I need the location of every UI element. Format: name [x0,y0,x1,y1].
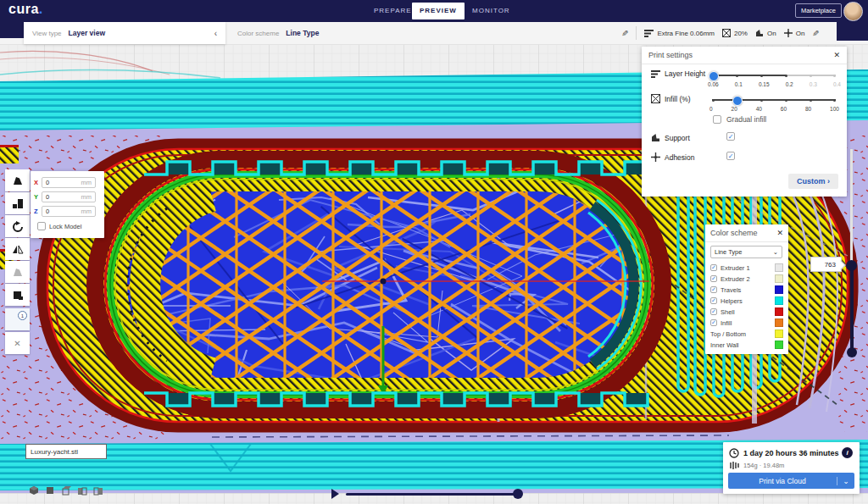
layer-height-handle[interactable] [709,71,719,81]
view-right-icon[interactable] [93,485,103,496]
account-avatar[interactable] [843,2,863,21]
support-blocker-button[interactable] [5,284,30,306]
mirror-tool-icon [12,244,24,255]
chevron-down-icon: ⌄ [773,248,778,256]
toolbar-close-button[interactable]: ✕ [5,332,30,354]
legend-travels: ✓Travels [710,285,783,295]
chevron-down-icon[interactable]: ⌄ [837,477,854,485]
z-position-input[interactable]: 0mm [42,206,96,217]
legend-extruder-2: ✓Extruder 2 [710,274,783,284]
per-model-settings-button[interactable] [5,261,30,283]
print-settings-summary[interactable]: ✎ Extra Fine 0.06mm 20% On On ✎ [621,22,838,44]
legend-checkbox[interactable]: ✓ [710,286,717,293]
material-icon [730,462,739,469]
gradual-infill-row: Gradual infill [713,115,766,124]
lock-model-checkbox[interactable] [37,222,46,230]
color-scheme-selector[interactable]: Color scheme Line Type [225,22,624,44]
layer-height-icon [644,29,654,37]
model-filename-label[interactable]: Luxury-yacht.stl [25,444,107,459]
lock-model-row: Lock Model [37,222,81,230]
z-position-row: Z 0mm [34,206,96,217]
layer-animation-scrubber[interactable] [346,493,520,496]
infill-row: Infill (%) [651,94,691,103]
legend-shell: ✓Shell [710,307,783,317]
legend-checkbox[interactable]: ✓ [710,308,717,315]
print-via-cloud-button[interactable]: Print via Cloud ⌄ [728,473,854,489]
infill-ticks: 020406080100 [709,106,839,112]
layer-slider-track[interactable] [850,149,853,265]
legend-checkbox[interactable]: ✓ [710,319,717,326]
gradual-infill-checkbox[interactable] [713,115,721,124]
view-type-label: View type [32,30,62,37]
y-position-input[interactable]: 0mm [42,191,96,202]
view-top-icon[interactable] [61,485,71,496]
legend-checkbox[interactable]: ✓ [710,264,717,271]
tab-monitor[interactable]: MONITOR [465,3,518,19]
infill-icon [651,94,660,103]
legend-checkbox[interactable]: ✓ [710,297,717,304]
layer-height-row: Layer Height [651,69,705,78]
legend-extruder-1: ✓Extruder 1 [710,263,783,273]
layer-animation-play-button[interactable] [331,489,339,499]
scale-tool-button[interactable] [5,192,30,214]
edit-icon[interactable]: ✎ [621,29,628,38]
material-usage: 154g · 19.48m [743,462,784,469]
stage-corner-notch [0,22,24,38]
close-icon[interactable]: ✕ [776,229,783,237]
layer-slider-bottom-handle[interactable] [847,347,857,357]
close-icon: ✕ [14,339,20,348]
close-icon[interactable]: ✕ [833,51,840,59]
cura-logo: cura. [8,2,43,17]
legend-inner-wall: Inner Wall [710,340,783,350]
support-icon [651,133,660,142]
rotate-tool-icon [12,221,24,232]
marketplace-button[interactable]: Marketplace [795,3,842,18]
layer-slider-range[interactable] [850,265,854,352]
move-tool-button[interactable] [5,169,30,191]
view-3d-icon[interactable] [29,485,39,496]
infill-summary: 20% [722,29,748,37]
scale-tool-icon [12,198,24,209]
rotate-tool-button[interactable] [5,215,30,237]
color-swatch [775,318,783,327]
color-swatch [775,274,783,283]
adhesion-row: Adhesion [651,152,694,162]
collapse-chevron-icon[interactable]: ‹ [214,29,217,38]
x-position-row: X 0mm [34,177,96,188]
infill-handle[interactable] [732,96,743,106]
color-scheme-label: Color scheme [237,30,279,37]
support-row: Support [651,133,690,142]
mirror-tool-button[interactable] [5,238,30,260]
color-scheme-title: Color scheme [710,229,758,237]
tab-preview[interactable]: PREVIEW [412,3,465,19]
line-type-dropdown[interactable]: Line Type ⌄ [710,246,782,258]
adhesion-icon [784,29,793,37]
scrubber-handle[interactable] [513,489,523,499]
color-scheme-value: Line Type [286,29,319,37]
per-model-settings-icon [12,267,24,278]
adhesion-checkbox[interactable]: ✓ [726,152,735,160]
legend-helpers: ✓Helpers [710,296,783,306]
view-type-selector[interactable]: View type Layer view ‹ [24,22,225,44]
view-front-icon[interactable] [45,485,55,496]
edit-icon[interactable]: ✎ [812,29,819,38]
layer-height-icon [651,69,660,78]
model-list-toggle[interactable]: 1 [5,308,30,330]
custom-settings-button[interactable]: Custom › [788,174,838,189]
layer-slider-top-handle[interactable] [846,260,857,271]
clock-icon [729,448,739,458]
info-icon[interactable]: i [842,447,853,458]
support-checkbox[interactable]: ✓ [726,132,735,141]
x-position-input[interactable]: 0mm [42,177,96,188]
color-swatch [775,296,783,305]
infill-icon [722,29,731,37]
layer-height-ticks: 0.060.10.150.20.30.4 [708,81,841,87]
legend-top-bottom: Top / Bottom [710,329,783,339]
adhesion-summary: On [784,29,805,37]
legend-checkbox[interactable]: ✓ [710,275,717,282]
color-swatch [775,285,783,294]
view-left-icon[interactable] [77,485,87,496]
adhesion-icon [651,152,660,162]
color-scheme-panel: Color scheme ✕ Line Type ⌄ ✓Extruder 1 ✓… [705,224,788,354]
color-swatch [775,341,783,349]
